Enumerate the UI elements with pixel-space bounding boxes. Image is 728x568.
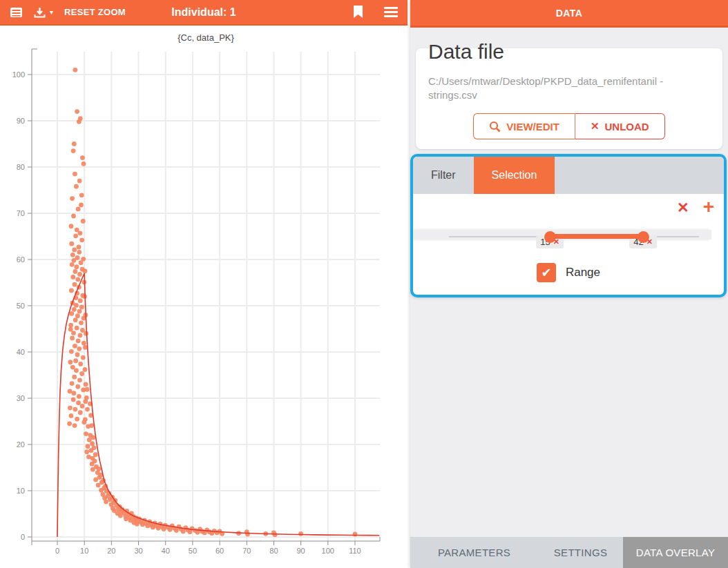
svg-text:10: 10	[17, 487, 25, 495]
svg-text:30: 30	[134, 547, 142, 555]
tab-selection[interactable]: Selection	[474, 157, 555, 194]
unload-button[interactable]: ✕ UNLOAD	[575, 113, 665, 139]
data-file-path: C:/Users/mtwar/Desktop/PKPD_data_remifen…	[428, 75, 710, 102]
file-actions: VIEW/EDIT ✕ UNLOAD	[428, 113, 710, 139]
tab-parameters[interactable]: PARAMETERS	[410, 537, 538, 568]
svg-text:10: 10	[80, 547, 88, 555]
view-edit-button[interactable]: VIEW/EDIT	[473, 113, 575, 139]
svg-text:100: 100	[322, 547, 334, 555]
tab-settings[interactable]: SETTINGS	[538, 537, 623, 568]
svg-text:90: 90	[296, 547, 305, 555]
slider-track[interactable]: 15 ✕ 42 ✕	[449, 236, 699, 237]
svg-text:80: 80	[17, 163, 25, 171]
close-icon: ✕	[591, 120, 600, 133]
svg-text:70: 70	[17, 209, 25, 217]
selection-content: ✕ + ‹ › 15 ✕ 42 ✕	[413, 194, 724, 295]
app-window: ▾ RESET ZOOM Individual: 1 {Cc, data_PK}…	[0, 0, 728, 568]
panel-bottom-tabs: PARAMETERS SETTINGS DATA OVERLAY	[410, 537, 728, 568]
slider-handle-high[interactable]	[638, 231, 649, 243]
svg-text:70: 70	[242, 547, 251, 555]
range-slider: ‹ › 15 ✕ 42 ✕	[421, 217, 716, 249]
svg-text:110: 110	[349, 547, 361, 555]
svg-text:20: 20	[17, 440, 25, 449]
svg-text:0: 0	[21, 533, 25, 541]
svg-text:80: 80	[269, 547, 278, 555]
svg-text:90: 90	[17, 117, 25, 125]
svg-text:30: 30	[17, 394, 25, 402]
svg-text:0: 0	[55, 547, 59, 555]
add-selection-icon[interactable]: +	[703, 197, 714, 217]
slider-handle-low[interactable]	[544, 231, 556, 243]
svg-text:20: 20	[107, 547, 115, 555]
menu-icon[interactable]	[384, 7, 398, 17]
view-edit-label: VIEW/EDIT	[506, 121, 559, 133]
filter-selection-tabs: Filter Selection	[413, 157, 724, 194]
data-file-card: Data file C:/Users/mtwar/Desktop/PKPD_da…	[416, 48, 722, 149]
data-file-title: Data file	[428, 40, 710, 63]
search-icon	[489, 121, 501, 133]
slider-selected-range[interactable]	[550, 234, 643, 239]
svg-text:60: 60	[215, 547, 224, 555]
tab-filter[interactable]: Filter	[413, 157, 474, 194]
data-panel-header: DATA	[410, 0, 728, 28]
bookmark-icon[interactable]	[353, 6, 363, 19]
svg-text:40: 40	[17, 348, 25, 356]
svg-text:100: 100	[12, 70, 25, 79]
unload-label: UNLOAD	[605, 121, 649, 133]
svg-text:50: 50	[17, 302, 25, 310]
svg-text:40: 40	[162, 547, 170, 555]
plot-panel: ▾ RESET ZOOM Individual: 1 {Cc, data_PK}…	[0, 0, 408, 568]
check-icon: ✔	[541, 265, 551, 280]
tab-data-overlay[interactable]: DATA OVERLAY	[623, 537, 728, 568]
range-checkbox[interactable]: ✔	[537, 263, 556, 282]
data-panel: DATA Data file C:/Users/mtwar/Desktop/PK…	[410, 0, 728, 568]
delete-selection-icon[interactable]: ✕	[677, 200, 689, 215]
selection-highlight-panel: Filter Selection ✕ + ‹ › 15 ✕	[410, 154, 727, 297]
range-checkbox-label: Range	[566, 266, 600, 280]
svg-text:60: 60	[17, 255, 25, 264]
svg-text:50: 50	[189, 547, 197, 555]
pk-plot[interactable]: 0102030405060708090100010203040506070809…	[0, 0, 408, 568]
